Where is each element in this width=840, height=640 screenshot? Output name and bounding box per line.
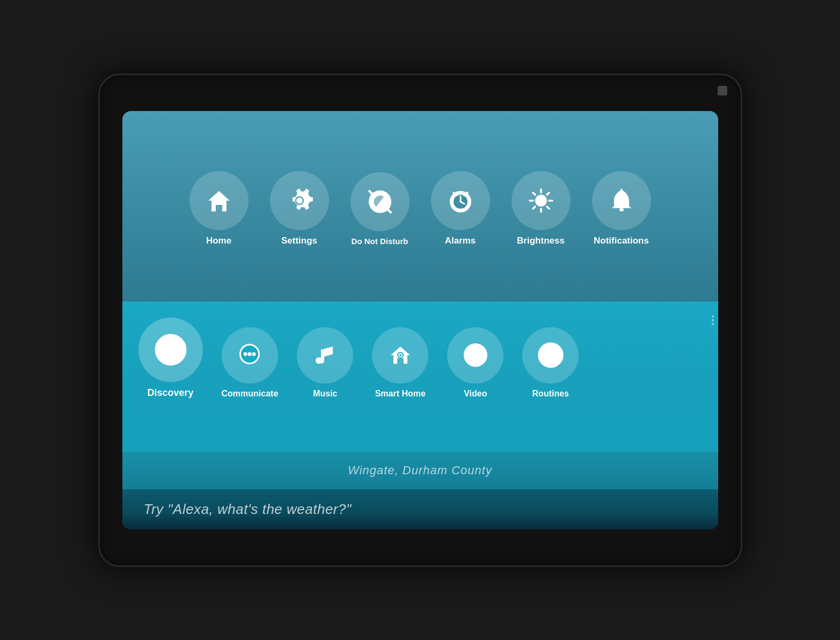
bottom-section: Discovery Communicate: [122, 301, 718, 452]
routines-label: Routines: [532, 389, 569, 399]
svg-line-17: [547, 207, 549, 209]
communicate-label: Communicate: [222, 389, 279, 399]
music-item[interactable]: Music: [297, 327, 353, 399]
svg-rect-20: [619, 208, 624, 211]
svg-point-37: [539, 343, 563, 367]
dot-3: [712, 323, 714, 325]
music-icon: [310, 340, 340, 370]
svg-line-18: [547, 193, 549, 195]
home-icon: [204, 186, 234, 216]
bottom-icon-row: Discovery Communicate: [138, 312, 579, 407]
video-icon-circle: [447, 327, 503, 384]
svg-line-19: [533, 207, 535, 209]
alarms-icon-circle: [431, 171, 490, 230]
dot-2: [712, 319, 714, 321]
svg-point-28: [244, 352, 247, 356]
smart-home-item[interactable]: Smart Home: [372, 327, 428, 399]
routines-icon-circle: [522, 327, 579, 384]
dnd-icon: [364, 186, 396, 217]
brightness-icon: [525, 185, 557, 216]
alarms-item[interactable]: Alarms: [431, 171, 490, 246]
location-bar: Wingate, Durham County: [122, 452, 718, 489]
dnd-icon-circle: [350, 172, 410, 231]
top-icon-row: Home Settings: [189, 171, 651, 246]
routines-icon: [536, 340, 566, 370]
brightness-icon-circle: [512, 171, 571, 230]
home-icon-circle: [189, 171, 249, 230]
settings-icon-circle: [270, 171, 329, 230]
dnd-label: Do Not Disturb: [352, 237, 408, 246]
discovery-icon-circle: [138, 318, 203, 382]
device-screen: Home Settings: [122, 111, 718, 529]
echo-show-device: Home Settings: [98, 73, 742, 567]
notifications-label: Notifications: [594, 236, 649, 246]
music-label: Music: [313, 389, 337, 399]
video-label: Video: [464, 389, 487, 399]
dnd-item[interactable]: Do Not Disturb: [350, 172, 410, 246]
alarms-icon: [445, 185, 476, 216]
chat-icon: [235, 340, 265, 370]
music-icon-circle: [297, 327, 353, 384]
svg-point-30: [252, 352, 256, 356]
communicate-icon-circle: [222, 327, 278, 384]
home-label: Home: [206, 236, 231, 246]
svg-point-33: [399, 354, 401, 356]
hint-text: Try "Alexa, what's the weather?": [144, 501, 352, 518]
camera-dot: [718, 86, 727, 95]
hint-area: Try "Alexa, what's the weather?": [122, 489, 718, 529]
settings-item[interactable]: Settings: [270, 171, 329, 246]
brightness-label: Brightness: [517, 236, 565, 246]
smart-home-label: Smart Home: [375, 389, 426, 399]
smart-home-icon: [385, 340, 415, 370]
dot-1: [712, 315, 714, 318]
home-item[interactable]: Home: [189, 171, 249, 246]
notifications-item[interactable]: Notifications: [592, 171, 651, 246]
communicate-item[interactable]: Communicate: [222, 327, 279, 399]
play-icon: [461, 340, 491, 370]
alarms-label: Alarms: [445, 236, 476, 246]
svg-line-16: [533, 193, 535, 195]
brightness-item[interactable]: Brightness: [512, 171, 571, 246]
dots-menu[interactable]: [712, 315, 714, 325]
smart-home-icon-circle: [372, 327, 428, 384]
notifications-icon-circle: [592, 171, 651, 230]
top-section: Home Settings: [122, 111, 718, 301]
discovery-label: Discovery: [147, 387, 193, 399]
svg-point-2: [296, 197, 303, 204]
discovery-item[interactable]: Discovery: [138, 312, 203, 399]
svg-point-29: [248, 352, 252, 356]
notifications-icon: [607, 186, 637, 216]
video-item[interactable]: Video: [447, 327, 503, 399]
svg-point-11: [535, 195, 547, 207]
compass-icon: [154, 333, 187, 366]
svg-point-25: [169, 348, 173, 352]
settings-icon: [284, 185, 315, 216]
routines-item[interactable]: Routines: [522, 327, 579, 399]
location-text: Wingate, Durham County: [348, 464, 492, 477]
settings-label: Settings: [281, 236, 317, 246]
